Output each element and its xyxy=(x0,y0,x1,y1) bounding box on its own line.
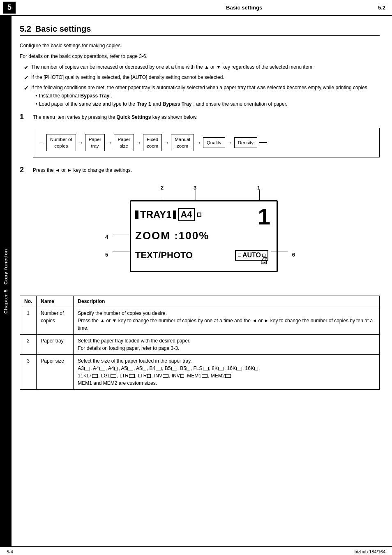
section-title: 5.2 Basic settings xyxy=(20,24,380,36)
step-2: 2 Press the ◄ or ► key to change the set… xyxy=(20,166,380,174)
panel-paper-text: A4 xyxy=(178,208,194,221)
flow-box-tray: Papertray xyxy=(85,134,105,151)
row3-name: Paper size xyxy=(37,354,74,389)
row2-name: Paper tray xyxy=(37,334,74,354)
callout-line-6 xyxy=(271,252,288,252)
col-desc: Description xyxy=(74,296,380,307)
step-1-text: The menu item varies by pressing the Qui… xyxy=(33,113,198,121)
callout-5: 5 xyxy=(105,252,108,258)
checkmark-2: ✔ xyxy=(24,74,29,82)
arrow-4: → xyxy=(164,139,169,146)
flow-box-density: Density xyxy=(234,137,257,148)
bullet-item-2: ✔ If the [PHOTO] quality setting is sele… xyxy=(24,74,380,82)
row1-desc: Specify the number of copies you desire.… xyxy=(74,307,380,334)
arrow-2: → xyxy=(106,139,112,146)
panel-quality-row: TEXT/PHOTO xyxy=(135,250,193,261)
row1-name: Number of copies xyxy=(37,307,74,334)
panel-top-row: TRAY1 A4 xyxy=(135,208,201,221)
chapter-label: Chapter 5 xyxy=(3,289,8,314)
col-name: Name xyxy=(37,296,74,307)
step-1: 1 The menu item varies by pressing the Q… xyxy=(20,113,380,121)
header-section-title: Basic settings 5.2 xyxy=(226,5,385,11)
bullet-item-1: ✔ The number of copies can be increased … xyxy=(24,63,380,72)
checkmark-3: ✔ xyxy=(24,84,29,109)
table-row: 1 Number of copies Specify the number of… xyxy=(20,307,380,334)
row1-no: 1 xyxy=(20,307,37,334)
callout-line-4 xyxy=(113,234,130,234)
row3-desc: Select the size of the paper loaded in t… xyxy=(74,354,380,389)
bullet-item-3: ✔ If the following conditions are met, t… xyxy=(24,84,380,109)
callout-line-2 xyxy=(163,190,163,201)
main-content: 5.2 Basic settings Configure the basic s… xyxy=(12,16,392,546)
footer-product-name: bizhub 184/164 xyxy=(355,549,385,554)
table-row: 2 Paper tray Select the paper tray loade… xyxy=(20,334,380,354)
panel-zoom-row: ZOOM :100% xyxy=(135,229,209,242)
sub-bullet-list: Install the optional Bypass Tray. Load p… xyxy=(35,92,369,108)
page-header: 5 Basic settings 5.2 xyxy=(0,0,392,16)
sub-bullet-2: Load paper of the same size and type to … xyxy=(35,100,369,108)
footer-page-number: 5-4 xyxy=(7,549,13,554)
checkmark-1: ✔ xyxy=(24,63,29,72)
arrow-start: → xyxy=(39,139,45,146)
description-table: No. Name Description 1 Number of copies … xyxy=(20,296,380,390)
table-row: 3 Paper size Select the size of the pape… xyxy=(20,354,380,389)
bullet-list: ✔ The number of copies can be increased … xyxy=(24,63,380,109)
paper-icon xyxy=(197,213,201,217)
callout-line-5 xyxy=(113,252,130,252)
step-number-2: 2 xyxy=(20,166,27,174)
panel-body: TRAY1 A4 ZOOM :100% TEXT/PHOTO xyxy=(130,200,278,272)
row2-no: 2 xyxy=(20,334,37,354)
callout-4: 4 xyxy=(105,234,108,240)
arrow-5: → xyxy=(196,139,201,146)
row3-no: 3 xyxy=(20,354,37,389)
step-number-1: 1 xyxy=(20,113,27,121)
cursor-block xyxy=(135,210,138,219)
arrow-3: → xyxy=(136,139,141,146)
display-panel-container: 2 3 1 TRAY1 A4 xyxy=(20,180,380,287)
flow-box-manual-zoom: Manualzoom xyxy=(171,134,194,151)
panel-tray-text: TRAY1 xyxy=(140,209,171,220)
person-icon: 🖨 xyxy=(259,255,268,266)
flow-diagram: → Number ofcopies → Papertray → Papersiz… xyxy=(33,128,380,157)
cursor-block-2 xyxy=(173,210,176,219)
col-no: No. xyxy=(20,296,37,307)
arrow-end xyxy=(259,142,267,143)
section-number: 5.2 xyxy=(20,24,31,34)
callout-1: 1 xyxy=(257,185,260,191)
flow-box-fixed-zoom: Fixedzoom xyxy=(143,134,162,151)
intro-paragraph-1: Configure the basic settings for making … xyxy=(20,42,380,49)
row2-desc: Select the paper tray loaded with the de… xyxy=(74,334,380,354)
callout-3: 3 xyxy=(194,185,196,191)
page-footer: 5-4 bizhub 184/164 xyxy=(0,546,392,555)
chapter-number: 5 xyxy=(3,2,16,14)
arrow-1: → xyxy=(78,139,83,146)
panel-copy-number: 1 xyxy=(258,206,270,228)
arrow-6: → xyxy=(227,139,233,146)
section-heading: Basic settings xyxy=(35,24,91,34)
flow-box-copies: Number ofcopies xyxy=(46,134,76,151)
callout-2: 2 xyxy=(161,185,164,191)
density-bracket-left xyxy=(238,254,241,257)
page-wrapper: Chapter 5 Copy function 5.2 Basic settin… xyxy=(0,16,392,546)
side-tab: Chapter 5 Copy function xyxy=(0,16,12,546)
callout-6: 6 xyxy=(292,252,295,258)
copy-function-label: Copy function xyxy=(3,249,8,284)
callout-line-1 xyxy=(259,190,260,201)
sub-bullet-1: Install the optional Bypass Tray. xyxy=(35,92,369,99)
intro-paragraph-2: For details on the basic copy operations… xyxy=(20,53,380,60)
step-2-text: Press the ◄ or ► key to change the setti… xyxy=(33,166,132,174)
flow-box-size: Papersize xyxy=(114,134,134,151)
flow-box-quality: Quality xyxy=(203,137,225,148)
table-header-row: No. Name Description xyxy=(20,296,380,307)
callout-line-3 xyxy=(196,190,196,201)
